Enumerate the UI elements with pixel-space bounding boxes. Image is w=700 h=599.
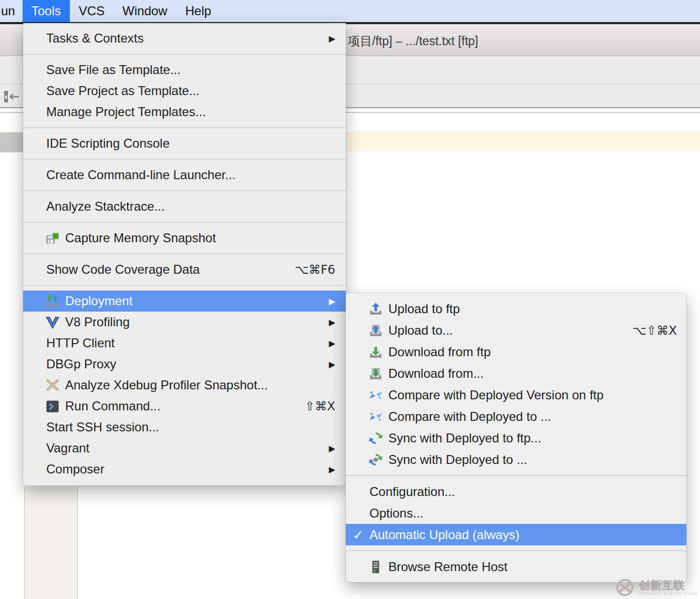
deployment-submenu-item-options[interactable]: Options... <box>346 502 686 524</box>
deployment-submenu-item-label: Download from... <box>388 366 483 381</box>
shortcut-label: ⌥⇧⌘X <box>616 324 677 337</box>
submenu-arrow-icon: ▶ <box>313 443 335 453</box>
deployment-submenu-item-upload-to[interactable]: Upload to...⌥⇧⌘X <box>346 319 686 341</box>
download-icon <box>368 345 383 359</box>
tools-menu-item-v8-profiling[interactable]: V8 Profiling▶ <box>23 312 346 333</box>
tools-menu-section: Save File as Template...Save Project as … <box>23 55 346 127</box>
watermark-brand: 创新互联 <box>639 580 698 591</box>
menubar-item-un[interactable]: un <box>0 0 23 22</box>
deployment-submenu-item-label: Download from ftp <box>388 345 491 359</box>
tools-menu-item-deployment[interactable]: Deployment▶ <box>23 291 346 312</box>
upload-icon <box>368 302 383 316</box>
deployment-submenu-item-sync-with-deployed-to-ftp[interactable]: Sync with Deployed to ftp... <box>346 427 686 449</box>
tools-menu-item-http-client[interactable]: HTTP Client▶ <box>23 333 346 354</box>
deployment-submenu-item-label: Upload to ftp <box>388 302 460 316</box>
tools-menu-item-vagrant[interactable]: Vagrant▶ <box>23 438 346 459</box>
download-box-icon <box>368 366 383 381</box>
tools-menu-item-label: HTTP Client <box>46 336 115 350</box>
window-title: 项目/ftp] – .../test.txt [ftp] <box>348 33 478 49</box>
tools-menu-item-dbgp-proxy[interactable]: DBGp Proxy▶ <box>23 354 346 375</box>
deployment-submenu-section: Configuration...Options...✓Automatic Upl… <box>346 476 686 550</box>
tools-menu-item-label: Save Project as Template... <box>46 84 200 98</box>
tools-menu-section: Show Code Coverage Data⌥⌘F6 <box>23 254 346 285</box>
screenshot-canvas: unToolsVCSWindowHelp 项目/ftp] – .../test.… <box>0 0 700 599</box>
deployment-submenu-item-label: Browse Remote Host <box>388 560 508 574</box>
menubar-item-window[interactable]: Window <box>114 0 176 22</box>
deployment-submenu-item-label: Compare with Deployed Version on ftp <box>388 388 604 402</box>
sync-dot-icon <box>368 452 383 467</box>
deployment-submenu-section: Upload to ftpUpload to...⌥⇧⌘XDownload fr… <box>346 293 686 475</box>
tools-menu-item-analyze-xdebug-profiler-snapshot[interactable]: Analyze Xdebug Profiler Snapshot... <box>23 375 346 396</box>
v8-icon <box>45 315 60 329</box>
deployment-submenu-item-upload-to-ftp[interactable]: Upload to ftp <box>346 298 686 319</box>
tools-menu-item-label: Run Command... <box>65 399 160 414</box>
tools-menu-item-save-project-as-template[interactable]: Save Project as Template... <box>23 80 346 101</box>
deployment-submenu-item-download-from[interactable]: Download from... <box>346 363 686 384</box>
tools-menu-section: Deployment▶V8 Profiling▶HTTP Client▶DBGp… <box>23 286 346 484</box>
tools-menu-item-analyze-stacktrace[interactable]: Analyze Stacktrace... <box>23 196 346 217</box>
upload-box-icon <box>368 323 383 338</box>
project-panel-strip <box>24 487 78 599</box>
tools-menu-item-capture-memory-snapshot[interactable]: Capture Memory Snapshot <box>23 228 346 249</box>
tools-menu-item-ide-scripting-console[interactable]: IDE Scripting Console <box>23 133 346 154</box>
tools-menu-item-manage-project-templates[interactable]: Manage Project Templates... <box>23 101 346 122</box>
watermark-logo-icon <box>614 577 635 598</box>
submenu-arrow-icon: ▶ <box>313 338 335 348</box>
menubar-item-help[interactable]: Help <box>176 0 220 22</box>
tools-menu-item-label: Save File as Template... <box>46 63 181 77</box>
submenu-arrow-icon: ▶ <box>313 34 335 44</box>
deployment-submenu-item-sync-with-deployed-to[interactable]: Sync with Deployed to ... <box>346 449 686 470</box>
tools-menu-item-label: Analyze Stacktrace... <box>46 199 164 214</box>
deployment-submenu-item-label: Sync with Deployed to ... <box>388 452 527 467</box>
tools-menu-item-label: Vagrant <box>46 441 89 456</box>
tools-menu-item-label: Start SSH session... <box>46 420 159 435</box>
tools-menu-item-start-ssh-session[interactable]: Start SSH session... <box>23 417 346 438</box>
memory-snapshot-icon <box>45 231 60 245</box>
tools-menu-item-label: Tasks & Contexts <box>46 31 143 46</box>
tools-menu-item-save-file-as-template[interactable]: Save File as Template... <box>23 59 346 80</box>
tools-menu-section: Analyze Stacktrace... <box>23 191 346 222</box>
deployment-submenu: Upload to ftpUpload to...⌥⇧⌘XDownload fr… <box>346 293 686 582</box>
watermark-subtext: CHUANG XIN HU LIAN <box>639 592 698 596</box>
tools-menu-item-run-command[interactable]: Run Command...⇧⌘X <box>23 396 346 417</box>
submenu-arrow-icon: ▶ <box>313 359 335 369</box>
deployment-submenu-item-compare-with-deployed-version-on-ftp[interactable]: Compare with Deployed Version on ftp <box>346 384 686 406</box>
tools-menu: Tasks & Contexts▶Save File as Template..… <box>23 23 346 486</box>
deployment-submenu-item-browse-remote-host[interactable]: Browse Remote Host <box>346 556 686 577</box>
shortcut-label: ⇧⌘X <box>289 399 335 413</box>
dock-pin-icon[interactable] <box>3 89 20 104</box>
menu-bar: unToolsVCSWindowHelp <box>0 0 700 22</box>
deployment-icon <box>45 294 60 308</box>
xdebug-icon <box>45 378 60 393</box>
compare-icon <box>368 388 383 402</box>
deployment-submenu-item-compare-with-deployed-to[interactable]: Compare with Deployed to ... <box>346 406 686 427</box>
tools-menu-item-label: Capture Memory Snapshot <box>65 231 216 245</box>
tools-menu-item-composer[interactable]: Composer▶ <box>23 459 346 480</box>
tools-menu-item-label: Create Command-line Launcher... <box>46 168 235 182</box>
tools-menu-item-label: Analyze Xdebug Profiler Snapshot... <box>65 378 268 393</box>
watermark: 创新互联 CHUANG XIN HU LIAN <box>614 577 698 598</box>
tools-menu-item-label: Deployment <box>65 294 132 308</box>
shortcut-label: ⌥⌘F6 <box>279 263 335 276</box>
deployment-submenu-item-label: Options... <box>369 506 424 521</box>
menubar-item-tools[interactable]: Tools <box>23 0 70 22</box>
tools-menu-item-tasks-contexts[interactable]: Tasks & Contexts▶ <box>23 28 346 49</box>
server-icon <box>368 560 383 574</box>
submenu-arrow-icon: ▶ <box>313 464 335 474</box>
tools-menu-item-label: Show Code Coverage Data <box>46 262 200 277</box>
deployment-submenu-item-configuration[interactable]: Configuration... <box>346 481 686 502</box>
tools-menu-item-create-command-line-launcher[interactable]: Create Command-line Launcher... <box>23 164 346 185</box>
tools-menu-item-show-code-coverage-data[interactable]: Show Code Coverage Data⌥⌘F6 <box>23 259 346 280</box>
menubar-item-vcs[interactable]: VCS <box>70 0 114 22</box>
tools-menu-item-label: DBGp Proxy <box>46 357 116 371</box>
project-panel-selected-row <box>0 132 23 152</box>
tools-menu-section: Capture Memory Snapshot <box>23 223 346 253</box>
submenu-arrow-icon: ▶ <box>313 317 335 327</box>
deployment-submenu-item-automatic-upload-always[interactable]: ✓Automatic Upload (always) <box>346 524 686 545</box>
deployment-submenu-item-download-from-ftp[interactable]: Download from ftp <box>346 341 686 363</box>
tools-menu-section: IDE Scripting Console <box>23 128 346 159</box>
checkmark-icon: ✓ <box>353 527 364 542</box>
deployment-submenu-item-label: Automatic Upload (always) <box>369 528 519 542</box>
deployment-submenu-item-label: Sync with Deployed to ftp... <box>388 431 541 446</box>
tools-menu-item-label: V8 Profiling <box>65 315 130 329</box>
